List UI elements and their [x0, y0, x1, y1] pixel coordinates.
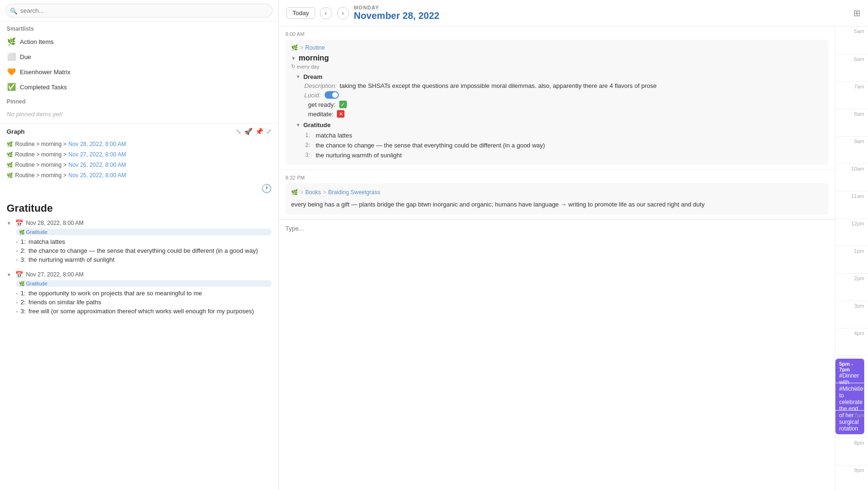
sidebar-item-completed[interactable]: ✅ Completed Tasks [0, 79, 278, 95]
gratitude-section-header[interactable]: ▼ Gratitude [296, 121, 823, 129]
item-num-1-1: 2: [21, 299, 26, 306]
item-text-1-0: the opportunity to work on projects that… [28, 290, 202, 297]
item-text-0-0: matcha lattes [28, 238, 65, 245]
item-text-1-2: free will (or some approximation thereof… [28, 308, 254, 315]
bullet-0-0: • [16, 238, 18, 245]
gratitude-item-text-1: the chance to change — the sense that ev… [316, 142, 545, 149]
meditate-check[interactable]: ✕ [337, 110, 344, 118]
list-item: • 2: friends on similar life paths [16, 298, 272, 307]
graph-link-0[interactable]: Nov 28, 2022, 8:00 AM [69, 141, 126, 147]
graph-title: Graph [7, 128, 25, 135]
time-2pm: 2pm [835, 273, 868, 301]
calendar-icon-1: 📅 [15, 271, 23, 278]
grid-view-icon[interactable]: ⊞ [853, 8, 860, 18]
triangle-icon-0: ▼ [7, 221, 11, 226]
list-item: 2: the chance to change — the sense that… [296, 140, 823, 150]
meditate-label: meditate: [308, 111, 333, 118]
type-input[interactable] [285, 225, 828, 232]
gratitude-collapse-icon: ▼ [296, 122, 301, 128]
list-item: 3: the nurturing warmth of sunlight [296, 150, 823, 160]
breadcrumb-sep-books: > [300, 188, 303, 197]
entry-items-1: • 1: the opportunity to work on projects… [16, 289, 272, 316]
entry-date-1: Nov 27, 2022, 8:00 AM [26, 271, 84, 278]
smartlists-header: Smartlists [0, 22, 278, 34]
graph-path-1: Routine > morning > [15, 151, 67, 158]
breadcrumb-routine-link[interactable]: Routine [305, 44, 325, 51]
clock-icon: 🕐 [261, 183, 272, 194]
graph-bullet-3: 🌿 [7, 172, 13, 179]
morning-card: 🌿 > Routine ▼ morning ↻ every day [285, 40, 828, 165]
list-item: • 1: the opportunity to work on projects… [16, 289, 272, 298]
graph-path-0: Routine > morning > [15, 141, 67, 147]
graph-tool-rocket[interactable]: 🚀 [244, 128, 252, 135]
graph-tool-expand[interactable]: ⤡ [236, 128, 241, 135]
list-item: • 1: matcha lattes [16, 237, 272, 246]
graph-tool-pin[interactable]: 📌 [255, 128, 263, 135]
time-8pm: 8pm [835, 438, 868, 465]
reading-breadcrumb: 🌿 > Books > Braiding Sweetgrass [291, 188, 823, 197]
entry-tag-1[interactable]: Gratitude [16, 280, 272, 287]
entry-header-0: ▼ 📅 Nov 28, 2022, 8:00 AM [7, 219, 272, 227]
time-10am: 10am [835, 163, 868, 191]
item-num-1-0: 1: [21, 290, 26, 297]
entry-items-0: • 1: matcha lattes • 2: the chance to ch… [16, 237, 272, 264]
gratitude-entry-0: ▼ 📅 Nov 28, 2022, 8:00 AM Gratitude • 1:… [7, 219, 272, 264]
time-4pm: 4pm [835, 328, 868, 355]
graph-tools: ⤡ 🚀 📌 ⤢ [236, 128, 272, 135]
get-ready-check[interactable]: ✓ [339, 101, 347, 108]
eisenhower-icon: 🧡 [7, 68, 16, 76]
book-title-link[interactable]: Braiding Sweetgrass [328, 188, 380, 197]
graph-link-2[interactable]: Nov 26, 2022, 8:00 AM [69, 162, 126, 168]
next-button[interactable]: › [337, 7, 349, 19]
cal-date-label: MONDAY November 28, 2022 [354, 5, 439, 21]
item-text-1-1: friends on similar life paths [28, 299, 101, 306]
description-label: Description: [304, 82, 337, 89]
entry-tag-0[interactable]: Gratitude [16, 229, 272, 235]
bullet-0-1: • [16, 247, 18, 254]
dream-section-label: Dream [303, 73, 322, 80]
collapse-arrow-morning[interactable]: ▼ [291, 56, 296, 61]
gratitude-entry-1: ▼ 📅 Nov 27, 2022, 8:00 AM Gratitude • 1:… [7, 271, 272, 316]
time-1pm: 1pm [835, 246, 868, 273]
sidebar-item-action-items[interactable]: 🌿 Action Items [0, 34, 278, 49]
breadcrumb-icon: 🌿 [291, 44, 298, 51]
calendar-icon-0: 📅 [15, 219, 23, 227]
graph-tool-fullscreen[interactable]: ⤢ [266, 128, 272, 135]
gratitude-num-1: 2: [305, 142, 313, 149]
morning-title: morning [299, 54, 329, 62]
dream-section-header[interactable]: ▼ Dream [296, 73, 823, 80]
due-icon: ⬜ [7, 52, 16, 61]
time-8am: 8am [835, 109, 868, 136]
action-items-label: Action Items [20, 38, 54, 45]
item-num-1-2: 3: [21, 308, 26, 315]
cal-full-date: November 28, 2022 [354, 10, 439, 21]
prev-button[interactable]: ‹ [320, 7, 332, 19]
list-item: 1: matcha lattes [296, 130, 823, 140]
item-num-0-0: 1: [21, 238, 26, 245]
events-panel: 8:00 AM 🌿 > Routine ▼ morning ↻ [279, 26, 835, 490]
gratitude-item-text-0: matcha lattes [316, 132, 352, 139]
search-input[interactable] [6, 4, 273, 17]
time-3pm: 3pm [835, 301, 868, 328]
time-7pm: 7pm [835, 410, 868, 438]
books-link[interactable]: Books [305, 188, 321, 197]
time-5am: 5am [835, 26, 868, 54]
item-num-0-1: 2: [21, 247, 26, 254]
dinner-time: 5pm - 7pm [839, 361, 860, 372]
graph-row-3: 🌿 Routine > morning > Nov 25, 2022, 8:00… [0, 170, 278, 181]
right-panel: Today ‹ › MONDAY November 28, 2022 ⊞ 8:0… [279, 0, 868, 490]
recur-icon: ↻ [291, 63, 295, 69]
item-text-0-2: the nurturing warmth of sunlight [28, 256, 114, 263]
graph-link-3[interactable]: Nov 25, 2022, 8:00 AM [69, 172, 126, 179]
list-item: • 3: free will (or some approximation th… [16, 307, 272, 316]
lucid-toggle[interactable] [325, 91, 339, 99]
graph-link-1[interactable]: Nov 27, 2022, 8:00 AM [69, 151, 126, 158]
dream-block: Description: taking the SHSATs except th… [301, 82, 823, 118]
graph-section: Graph ⤡ 🚀 📌 ⤢ 🌿 Routine > morning > Nov … [0, 123, 278, 197]
sidebar-item-eisenhower[interactable]: 🧡 Eisenhower Matrix [0, 64, 278, 79]
due-label: Due [20, 53, 31, 60]
today-button[interactable]: Today [286, 7, 315, 19]
graph-bullet-0: 🌿 [7, 141, 13, 147]
gratitude-title: Gratitude [7, 202, 272, 215]
sidebar-item-due[interactable]: ⬜ Due [0, 49, 278, 64]
